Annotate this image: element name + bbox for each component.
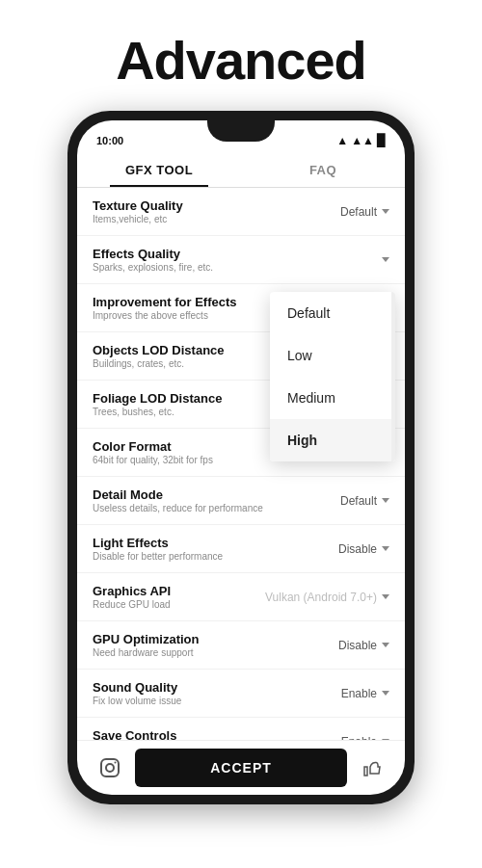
like-button[interactable] xyxy=(355,750,389,785)
page-title: Advanced xyxy=(116,0,366,111)
setting-value-graphics-api[interactable]: Vulkan (Android 7.0+) xyxy=(265,591,389,604)
setting-row-effects-quality[interactable]: Effects Quality Sparks, explosions, fire… xyxy=(77,236,405,284)
svg-rect-0 xyxy=(101,759,119,776)
chevron-down-icon xyxy=(382,691,389,696)
chevron-down-icon xyxy=(382,209,389,214)
setting-desc-sound-quality: Fix low volume issue xyxy=(93,696,341,706)
chevron-down-icon xyxy=(382,594,389,599)
setting-label-light-effects: Light Effects xyxy=(93,536,338,550)
chevron-down-icon xyxy=(382,643,389,647)
setting-row-graphics-api[interactable]: Graphics API Reduce GPU load Vulkan (And… xyxy=(77,573,405,621)
setting-row-texture-quality[interactable]: Texture Quality Items,vehicle, etc Defau… xyxy=(77,188,405,236)
setting-value-effects-quality[interactable] xyxy=(379,257,389,262)
setting-value-sound-quality[interactable]: Enable xyxy=(341,687,389,700)
setting-label-effects-quality: Effects Quality xyxy=(93,247,379,261)
svg-point-2 xyxy=(115,762,117,764)
setting-desc-graphics-api: Reduce GPU load xyxy=(93,599,265,610)
phone-mockup: 10:00 ▲ ▲▲ ▉ GFX TOOL FAQ Texture Qualit… xyxy=(67,111,415,804)
phone-notch xyxy=(207,120,275,142)
chevron-down-icon xyxy=(382,498,389,503)
setting-desc-texture-quality: Items,vehicle, etc xyxy=(93,214,340,224)
setting-label-gpu-optimization: GPU Optimization xyxy=(93,632,338,646)
signal-icon: ▲▲ xyxy=(351,134,374,147)
tab-faq[interactable]: FAQ xyxy=(241,151,405,187)
setting-value-save-controls[interactable]: Enable xyxy=(341,735,389,741)
settings-list: Texture Quality Items,vehicle, etc Defau… xyxy=(77,188,405,740)
setting-row-sound-quality[interactable]: Sound Quality Fix low volume issue Enabl… xyxy=(77,670,405,718)
chevron-down-icon xyxy=(382,739,389,740)
dropdown-item-high[interactable]: High xyxy=(270,419,395,461)
setting-value-detail-mode[interactable]: Default xyxy=(340,494,389,508)
setting-label-save-controls: Save Controls xyxy=(93,728,341,740)
chevron-down-icon xyxy=(382,546,389,551)
setting-row-save-controls[interactable]: Save Controls Save your settings, like s… xyxy=(77,718,405,740)
instagram-button[interactable] xyxy=(93,750,127,785)
setting-desc-light-effects: Disable for better performance xyxy=(93,551,338,562)
setting-desc-gpu-optimization: Need hardware support xyxy=(93,647,338,658)
dropdown-menu[interactable]: Default Low Medium High xyxy=(270,292,395,461)
setting-value-gpu-optimization[interactable]: Disable xyxy=(338,639,389,652)
dropdown-item-default[interactable]: Default xyxy=(270,292,395,334)
setting-desc-effects-quality: Sparks, explosions, fire, etc. xyxy=(93,262,379,273)
setting-label-texture-quality: Texture Quality xyxy=(93,198,340,213)
wifi-icon: ▲ xyxy=(336,134,348,147)
status-time: 10:00 xyxy=(96,135,123,146)
dropdown-item-medium[interactable]: Medium xyxy=(270,377,395,419)
svg-point-1 xyxy=(106,764,114,772)
setting-label-detail-mode: Detail Mode xyxy=(93,487,340,502)
setting-row-light-effects[interactable]: Light Effects Disable for better perform… xyxy=(77,525,405,573)
setting-value-light-effects[interactable]: Disable xyxy=(338,542,389,556)
chevron-down-icon xyxy=(382,257,389,262)
setting-desc-detail-mode: Useless details, reduce for performance xyxy=(93,503,340,513)
setting-value-texture-quality[interactable]: Default xyxy=(340,205,389,219)
accept-button[interactable]: ACCEPT xyxy=(135,749,347,787)
tab-bar: GFX TOOL FAQ xyxy=(77,151,405,188)
tab-gfx-tool[interactable]: GFX TOOL xyxy=(77,151,241,187)
status-icons: ▲ ▲▲ ▉ xyxy=(336,134,386,147)
setting-label-graphics-api: Graphics API xyxy=(93,584,265,598)
dropdown-item-low[interactable]: Low xyxy=(270,334,395,377)
bottom-bar: ACCEPT xyxy=(77,740,405,795)
setting-row-gpu-optimization[interactable]: GPU Optimization Need hardware support D… xyxy=(77,621,405,670)
setting-label-sound-quality: Sound Quality xyxy=(93,680,341,695)
dropdown-scrollbar[interactable] xyxy=(391,292,395,461)
setting-row-detail-mode[interactable]: Detail Mode Useless details, reduce for … xyxy=(77,477,405,525)
battery-icon: ▉ xyxy=(377,134,386,147)
phone-screen: 10:00 ▲ ▲▲ ▉ GFX TOOL FAQ Texture Qualit… xyxy=(77,120,405,795)
